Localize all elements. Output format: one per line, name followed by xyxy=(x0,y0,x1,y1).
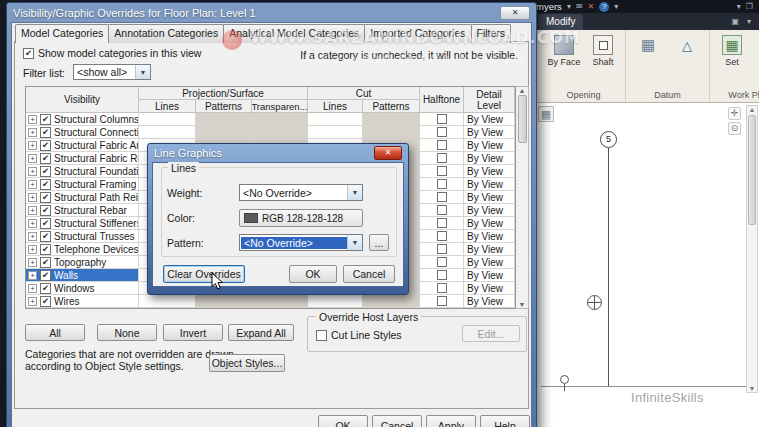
halftone-cell[interactable] xyxy=(420,282,464,295)
category-checkbox[interactable]: ✔ xyxy=(40,114,51,125)
show-categories-checkbox[interactable]: ✔ Show model categories in this view xyxy=(23,47,201,59)
tab-model-categories[interactable]: Model Categories xyxy=(15,24,109,43)
expand-icon[interactable]: + xyxy=(28,193,37,202)
set-workplane-button[interactable]: ▦ Set xyxy=(715,33,749,67)
panel-toggle-icon[interactable]: ▣ xyxy=(731,17,739,27)
category-visibility-cell[interactable]: + ✔ Structural Trusses xyxy=(26,230,139,243)
category-visibility-cell[interactable]: + ✔ Structural Fabric Are... xyxy=(26,139,139,152)
detail-level-cell[interactable]: By View xyxy=(464,230,515,243)
halftone-checkbox[interactable] xyxy=(437,257,447,267)
filter-list-dropdown[interactable]: <show all> ▼ xyxy=(73,64,151,80)
by-face-button[interactable]: By Face xyxy=(547,33,581,67)
edit-button[interactable]: Edit... xyxy=(462,325,520,342)
grid-bubble[interactable]: 5 xyxy=(600,131,617,148)
cancel-button[interactable]: Cancel xyxy=(372,415,422,427)
halftone-checkbox[interactable] xyxy=(437,244,447,254)
detail-level-cell[interactable]: By View xyxy=(464,204,515,217)
pattern-browse-button[interactable]: ... xyxy=(369,234,389,251)
worksets-icon[interactable]: ▦ xyxy=(538,106,554,122)
scroll-up-icon[interactable]: ▲ xyxy=(519,87,526,94)
category-visibility-cell[interactable]: + ✔ Structural Connectio... xyxy=(26,126,139,139)
category-visibility-cell[interactable]: + ✔ Structural Framing xyxy=(26,178,139,191)
detail-level-cell[interactable]: By View xyxy=(464,295,515,308)
category-visibility-cell[interactable]: + ✔ Telephone Devices xyxy=(26,243,139,256)
category-checkbox[interactable]: ✔ xyxy=(40,166,51,177)
detail-level-cell[interactable]: By View xyxy=(464,282,515,295)
steering-wheel-icon[interactable]: ✛ xyxy=(728,107,741,120)
scrollbar-thumb[interactable] xyxy=(748,115,756,225)
elevation-marker[interactable] xyxy=(587,295,602,310)
expand-icon[interactable]: + xyxy=(28,167,37,176)
halftone-cell[interactable] xyxy=(420,139,464,152)
expand-icon[interactable]: + xyxy=(28,115,37,124)
detail-level-cell[interactable]: By View xyxy=(464,243,515,256)
halftone-checkbox[interactable] xyxy=(437,296,447,306)
exchange-icon[interactable]: ✉ xyxy=(576,2,583,12)
expand-icon[interactable]: + xyxy=(28,180,37,189)
minimize-icon[interactable]: ▾ xyxy=(737,2,741,12)
dropdown-icon[interactable]: ▾ xyxy=(567,2,571,12)
detail-level-cell[interactable]: By View xyxy=(464,113,515,126)
category-visibility-cell[interactable]: + ✔ Walls xyxy=(26,269,139,282)
category-checkbox[interactable]: ✔ xyxy=(40,244,51,255)
transparency-cell[interactable] xyxy=(252,113,308,126)
halftone-cell[interactable] xyxy=(420,113,464,126)
halftone-checkbox[interactable] xyxy=(437,179,447,189)
halftone-checkbox[interactable] xyxy=(437,192,447,202)
projection-lines-cell[interactable] xyxy=(139,295,196,308)
scroll-down-icon[interactable]: ▼ xyxy=(749,385,756,392)
halftone-checkbox[interactable] xyxy=(437,205,447,215)
category-checkbox[interactable]: ✔ xyxy=(40,205,51,216)
expand-icon[interactable]: + xyxy=(28,284,37,293)
projection-patterns-cell[interactable] xyxy=(196,295,252,308)
halftone-checkbox[interactable] xyxy=(437,153,447,163)
expand-icon[interactable]: + xyxy=(28,245,37,254)
category-visibility-cell[interactable]: + ✔ Structural Foundatio... xyxy=(26,165,139,178)
restore-icon[interactable]: ❐ xyxy=(746,2,753,12)
category-checkbox[interactable]: ✔ xyxy=(40,153,51,164)
help-button[interactable]: Help xyxy=(480,415,530,427)
halftone-cell[interactable] xyxy=(420,178,464,191)
halftone-cell[interactable] xyxy=(420,230,464,243)
expand-icon[interactable]: + xyxy=(28,271,37,280)
transparency-cell[interactable] xyxy=(252,126,308,139)
apply-button[interactable]: Apply xyxy=(426,415,476,427)
halftone-checkbox[interactable] xyxy=(437,140,447,150)
lg-cancel-button[interactable]: Cancel xyxy=(343,265,395,283)
line-graphics-close-button[interactable]: ✕ xyxy=(374,146,402,160)
expand-icon[interactable]: + xyxy=(28,206,37,215)
halftone-checkbox[interactable] xyxy=(437,114,447,124)
cut-patterns-cell[interactable] xyxy=(363,113,420,126)
all-button[interactable]: All xyxy=(25,324,85,341)
category-visibility-cell[interactable]: + ✔ Structural Stiffeners xyxy=(26,217,139,230)
cut-patterns-cell[interactable] xyxy=(363,126,420,139)
category-checkbox[interactable]: ✔ xyxy=(40,192,51,203)
line-graphics-titlebar[interactable]: Line Graphics ✕ xyxy=(152,144,404,162)
detail-level-cell[interactable]: By View xyxy=(464,152,515,165)
expand-icon[interactable]: + xyxy=(28,154,37,163)
category-checkbox[interactable]: ✔ xyxy=(40,140,51,151)
halftone-cell[interactable] xyxy=(420,126,464,139)
cut-lines-cell[interactable] xyxy=(308,126,363,139)
level-button[interactable]: △ xyxy=(670,33,704,57)
detail-level-cell[interactable]: By View xyxy=(464,178,515,191)
detail-level-cell[interactable]: By View xyxy=(464,191,515,204)
canvas-scrollbar[interactable]: ▲ ▼ xyxy=(746,105,758,393)
category-checkbox[interactable]: ✔ xyxy=(40,296,51,307)
category-checkbox[interactable]: ✔ xyxy=(40,179,51,190)
tab-filters[interactable]: Filters xyxy=(471,24,512,43)
detail-level-cell[interactable]: By View xyxy=(464,256,515,269)
color-button[interactable]: RGB 128-128-128 xyxy=(239,209,363,227)
clear-overrides-button[interactable]: Clear Overrides xyxy=(163,265,245,283)
dialog-titlebar[interactable]: Visibility/Graphic Overrides for Floor P… xyxy=(11,3,532,22)
scrollbar-thumb[interactable] xyxy=(518,95,527,143)
dialog-close-button[interactable]: ✕ xyxy=(500,6,530,20)
none-button[interactable]: None xyxy=(97,324,157,341)
detail-level-cell[interactable]: By View xyxy=(464,217,515,230)
category-visibility-cell[interactable]: + ✔ Structural Columns xyxy=(26,113,139,126)
halftone-cell[interactable] xyxy=(420,243,464,256)
projection-lines-cell[interactable] xyxy=(139,126,196,139)
halftone-checkbox[interactable] xyxy=(437,127,447,137)
cut-patterns-cell[interactable] xyxy=(363,295,420,308)
expand-icon[interactable]: + xyxy=(28,297,37,306)
